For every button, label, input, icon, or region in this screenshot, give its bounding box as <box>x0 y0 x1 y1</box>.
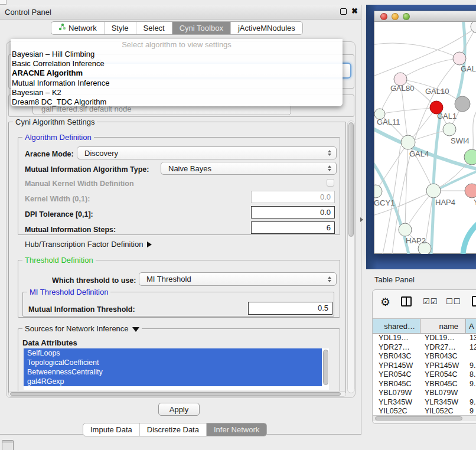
settings-vertical-scrollbar[interactable] <box>347 120 355 393</box>
list-item[interactable]: gal4RGexp <box>24 377 322 386</box>
corner-tab <box>0 0 6 5</box>
settings-horizontal-scrollbar[interactable] <box>8 391 346 397</box>
node-gal1[interactable] <box>443 123 456 136</box>
node-gal7[interactable] <box>453 52 466 65</box>
mi-steps-label: Mutual Information Steps: <box>25 226 116 234</box>
scrollbar-thumb[interactable] <box>375 416 462 420</box>
node-hap2[interactable] <box>399 223 412 236</box>
tab-label: Style <box>112 22 129 34</box>
table-row[interactable]: YLR345WYLR345W9. <box>373 398 476 407</box>
algorithm-dropdown-popup: Select algorithm to view settings Bayesi… <box>11 39 343 106</box>
kernel-width-field[interactable]: 0.0 <box>251 191 335 203</box>
which-threshold-label: Which threshold to use: <box>52 276 136 285</box>
table-horizontal-scrollbar[interactable] <box>373 415 476 421</box>
tab-jactivemnodules[interactable]: jActiveMNodules <box>230 22 302 34</box>
table-row[interactable]: YDR27…YDR27…12 <box>373 343 476 353</box>
dropdown-item-selected[interactable]: ARACNE Algorithm <box>11 69 343 78</box>
tab-label: Network <box>69 22 97 34</box>
tab-cyni-toolbox[interactable]: Cyni Toolbox <box>172 22 230 34</box>
cell: 12 <box>466 343 476 353</box>
close-icon[interactable]: ✖ <box>351 6 358 15</box>
node-gray[interactable] <box>455 96 470 112</box>
table-row[interactable]: YPR145WYPR145W9. <box>373 361 476 371</box>
table-row[interactable]: YBR043CYBR043C <box>373 352 476 361</box>
column-header-partial[interactable]: A <box>466 319 476 333</box>
table-row[interactable]: YDL19…YDL19…13 <box>373 334 476 343</box>
minimize-traffic-light[interactable] <box>392 13 399 20</box>
cell: 9 <box>466 407 476 415</box>
network-view-window[interactable]: GAL GAL80 GAL10 GAL11 GAL1 SWI4 GAL4 GCY… <box>374 11 476 254</box>
cyni-settings-group-title: Cyni Algorithm Settings <box>13 118 97 126</box>
table-row[interactable]: YIL052CYIL052C9 <box>373 407 476 415</box>
cell: YIL052C <box>420 407 466 415</box>
dropdown-item[interactable]: Dream8 DC_TDC Algorithm <box>11 97 343 107</box>
tab-impute-data[interactable]: Impute Data <box>83 423 139 436</box>
cell: 13 <box>466 334 476 343</box>
table-row[interactable]: YBR045CYBR045C9. <box>373 380 476 389</box>
dropdown-item[interactable]: Basic Correlation Inference <box>11 59 343 69</box>
node-label: GAL <box>461 64 476 73</box>
splitter-arrow-icon[interactable] <box>360 217 363 222</box>
node-salmon[interactable] <box>465 184 476 198</box>
mi-algorithm-type-value: Naive Bayes <box>168 164 211 173</box>
tab-select[interactable]: Select <box>136 22 172 34</box>
control-panel-tabs: Network Style Select Cyni Toolbox jActiv… <box>51 21 303 35</box>
column-header-name[interactable]: name <box>420 319 466 333</box>
mi-threshold-field[interactable]: 0.5 <box>248 302 332 315</box>
sources-group-title[interactable]: Sources for Network Inference <box>22 324 142 333</box>
dropdown-item[interactable]: Mutual Information Inference <box>11 79 343 88</box>
cell: YDL19… <box>373 334 420 343</box>
which-threshold-combo[interactable]: MI Threshold <box>139 272 337 286</box>
chevron-down-icon <box>132 327 139 332</box>
close-traffic-light[interactable] <box>380 13 387 20</box>
apply-button[interactable]: Apply <box>158 403 200 416</box>
tab-label: jActiveMNodules <box>238 22 295 34</box>
tab-label: Impute Data <box>90 423 132 436</box>
scrollbar-thumb[interactable] <box>10 392 341 396</box>
cell: 8. <box>466 370 476 380</box>
export-table-icon[interactable] <box>472 296 476 306</box>
cell: 9. <box>466 398 476 407</box>
aracne-mode-value: Discovery <box>84 149 118 158</box>
split-columns-icon[interactable] <box>401 296 412 306</box>
tab-discretize-data[interactable]: Discretize Data <box>139 423 206 436</box>
tab-label: Discretize Data <box>147 423 199 436</box>
scrollbar-thumb[interactable] <box>348 122 354 237</box>
tab-label: Select <box>144 22 165 34</box>
gear-icon[interactable]: ⚙ <box>380 295 390 309</box>
zoom-traffic-light[interactable] <box>403 13 410 20</box>
mi-steps-field[interactable]: 6 <box>251 221 335 234</box>
node-partial-top[interactable] <box>471 22 476 33</box>
cell: YBL079W <box>373 389 420 398</box>
mi-algorithm-type-combo[interactable]: Naive Bayes <box>161 162 337 175</box>
dropdown-item[interactable]: Bayesian – Hill Climbing <box>11 50 343 59</box>
hub-tf-definition-toggle[interactable]: Hub/Transcription Factor Definition <box>25 240 152 249</box>
deselect-all-columns-icon[interactable]: ☐☐ <box>446 297 461 306</box>
node-label: GAL10 <box>425 87 449 96</box>
data-attributes-list[interactable]: SelfLoops TopologicalCoefficient Between… <box>24 348 329 390</box>
list-item[interactable]: BetweennessCentrality <box>24 367 322 377</box>
node-hap4[interactable] <box>426 184 441 198</box>
dropdown-item[interactable]: Bayesian – K2 <box>11 88 343 97</box>
dpi-tolerance-field[interactable]: 0.0 <box>251 206 335 219</box>
list-scrollbar[interactable] <box>323 350 328 385</box>
list-item[interactable]: SelfLoops <box>24 348 322 358</box>
cell: YBL079W <box>420 389 466 398</box>
network-window-titlebar[interactable] <box>374 11 476 22</box>
minimized-window-icon[interactable] <box>2 440 14 450</box>
node-gcy1[interactable] <box>374 185 382 198</box>
select-all-columns-icon[interactable]: ☑☑ <box>423 297 438 306</box>
network-canvas[interactable]: GAL GAL80 GAL10 GAL11 GAL1 SWI4 GAL4 GCY… <box>374 22 476 254</box>
tab-network[interactable]: Network <box>51 22 104 34</box>
float-window-icon[interactable] <box>340 8 347 15</box>
tab-style[interactable]: Style <box>104 22 136 34</box>
list-item[interactable]: TopologicalCoefficient <box>24 358 322 367</box>
table-row[interactable]: YBL079WYBL079W <box>373 389 476 398</box>
column-header-shared-name[interactable]: shared… <box>373 319 420 333</box>
node-swi4[interactable] <box>464 149 476 165</box>
table-row[interactable]: YER054CYER054C8. <box>373 370 476 380</box>
tab-infer-network[interactable]: Infer Network <box>206 423 266 436</box>
aracne-mode-combo[interactable]: Discovery <box>77 146 337 159</box>
node-gal4[interactable] <box>401 135 415 149</box>
manual-kernel-width-checkbox[interactable] <box>327 179 334 187</box>
